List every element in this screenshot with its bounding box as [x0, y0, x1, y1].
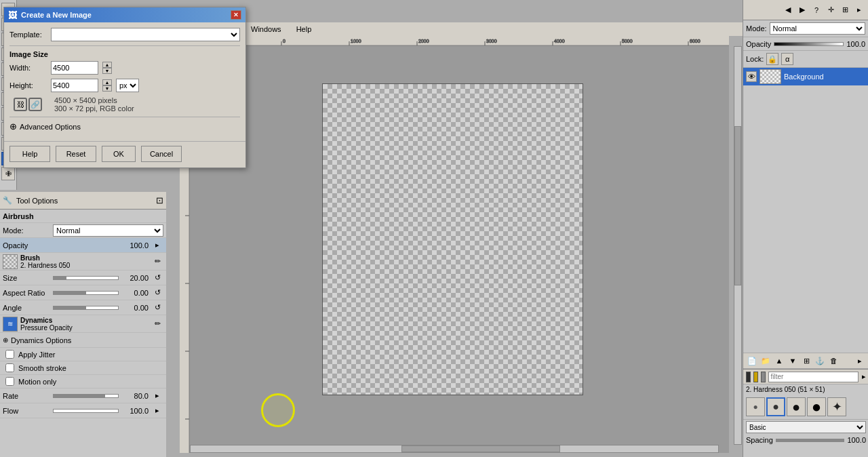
- delete-layer-btn[interactable]: 🗑: [827, 355, 840, 367]
- mode-dropdown[interactable]: Normal: [53, 224, 163, 237]
- width-input[interactable]: [51, 61, 98, 75]
- size-bar[interactable]: [53, 276, 119, 280]
- width-spinner[interactable]: ▲ ▼: [102, 62, 112, 74]
- size-info-line1: 4500 × 5400 pixels: [54, 96, 134, 104]
- width-spin-up[interactable]: ▲: [102, 62, 112, 68]
- layer-down-btn[interactable]: ▼: [787, 355, 799, 367]
- size-label: Size: [3, 274, 50, 282]
- right-opacity-track[interactable]: [774, 42, 844, 46]
- tool-heal[interactable]: ✙: [1, 167, 15, 180]
- height-input[interactable]: [51, 79, 98, 92]
- create-new-image-dialog[interactable]: 🖼 Create a New Image ✕ Template: Image S…: [3, 7, 246, 168]
- layer-panel-options-btn[interactable]: ▸: [854, 355, 866, 367]
- height-label: Height:: [9, 81, 47, 90]
- anchor-layer-btn[interactable]: ⚓: [814, 355, 826, 367]
- height-spin-up[interactable]: ▲: [102, 79, 112, 85]
- angle-label: Angle: [3, 304, 50, 312]
- motion-only-row: Motion only: [0, 375, 166, 389]
- canvas-image: [322, 83, 583, 395]
- brushes-header: ▸: [743, 370, 868, 384]
- flow-edit-btn[interactable]: ▸: [151, 405, 163, 417]
- tool-options-title: Tool Options: [16, 197, 58, 205]
- angle-bar[interactable]: [53, 306, 119, 310]
- rate-value: 80.0: [121, 392, 149, 400]
- template-select[interactable]: [51, 28, 240, 41]
- foreground-color-swatch[interactable]: [746, 372, 751, 382]
- scrollbar-h-thumb[interactable]: [401, 445, 559, 452]
- apply-jitter-checkbox[interactable]: [5, 350, 14, 359]
- new-layer-group-btn[interactable]: 📁: [760, 355, 772, 367]
- layer-item-background[interactable]: 👁 Background: [743, 68, 868, 85]
- more-btn[interactable]: ▸: [853, 4, 865, 16]
- new-layer-btn[interactable]: 📄: [746, 355, 758, 367]
- menu-help[interactable]: Help: [292, 24, 316, 35]
- layer-visibility-toggle[interactable]: 👁: [746, 71, 757, 82]
- copy-btn[interactable]: ⊞: [839, 4, 851, 16]
- angle-reset-btn[interactable]: ↺: [151, 302, 163, 314]
- nav-left-btn[interactable]: ◀: [782, 4, 794, 16]
- brushes-filter-input[interactable]: [768, 372, 859, 382]
- motion-only-checkbox[interactable]: [5, 377, 14, 386]
- angle-value: 0.00: [121, 304, 149, 312]
- flow-bar[interactable]: [53, 409, 119, 413]
- lock-alpha-btn[interactable]: α: [781, 53, 793, 65]
- crosshair-btn[interactable]: ✛: [825, 4, 837, 16]
- layer-up-btn[interactable]: ▲: [773, 355, 785, 367]
- unit-select[interactable]: px: [116, 79, 139, 92]
- pattern-swatch[interactable]: [761, 372, 766, 382]
- dialog-titlebar[interactable]: 🖼 Create a New Image ✕: [4, 7, 245, 22]
- brush-chip-4[interactable]: ●: [807, 397, 826, 416]
- right-mode-dropdown[interactable]: Normal: [770, 22, 865, 35]
- aspect-ratio-bar[interactable]: [53, 291, 119, 295]
- brush-chip-2[interactable]: ●: [766, 397, 785, 416]
- rate-edit-btn[interactable]: ▸: [151, 390, 163, 402]
- brush-name-label: 2. Hardness 050: [20, 262, 149, 269]
- scrollbar-v-thumb[interactable]: [734, 126, 741, 285]
- size-reset-btn[interactable]: ↺: [151, 272, 163, 284]
- width-label: Width:: [9, 64, 47, 72]
- advanced-options-row[interactable]: ⊕ Advanced Options: [9, 121, 240, 132]
- opacity-edit-btn[interactable]: ▸: [151, 239, 163, 252]
- menu-windows[interactable]: Windows: [247, 24, 285, 35]
- chain-unlink-btn[interactable]: 🔗: [28, 98, 42, 111]
- rate-bar[interactable]: [53, 394, 119, 398]
- ok-button[interactable]: OK: [102, 146, 136, 162]
- scrollbar-vertical[interactable]: [734, 46, 742, 445]
- help-btn-right[interactable]: ?: [810, 4, 823, 16]
- height-spinner[interactable]: ▲ ▼: [102, 79, 112, 92]
- dialog-buttons: Help Reset OK Cancel: [4, 141, 245, 167]
- spacing-track[interactable]: [776, 439, 845, 442]
- advanced-options-label[interactable]: Advanced Options: [20, 123, 81, 131]
- image-size-section-label: Image Size: [9, 50, 240, 58]
- scrollbar-horizontal[interactable]: [190, 445, 719, 453]
- help-button[interactable]: Help: [9, 146, 50, 162]
- brushes-panel-options-btn[interactable]: ▸: [861, 371, 866, 383]
- brushes-panel: ▸ 2. Hardness 050 (51 × 51) ● ● ● ● ✦: [743, 369, 868, 457]
- background-color-swatch[interactable]: [753, 372, 758, 382]
- advanced-expand-icon[interactable]: ⊕: [9, 121, 17, 132]
- tool-options-dock-btn[interactable]: ⊡: [156, 195, 163, 205]
- canvas-area[interactable]: [190, 46, 729, 453]
- width-spin-down[interactable]: ▼: [102, 68, 112, 74]
- reset-button[interactable]: Reset: [56, 146, 96, 162]
- link-icon-area: ⛓ 🔗 4500 × 5400 pixels 300 × 72 ppi, RGB…: [9, 96, 240, 113]
- smooth-stroke-checkbox[interactable]: [5, 363, 14, 372]
- right-panel: ◀ ▶ ? ✛ ⊞ ▸ Mode: Normal Opacity 100.0 L…: [743, 0, 868, 457]
- brush-chip-1[interactable]: ●: [746, 397, 765, 416]
- brush-category-dropdown[interactable]: Basic: [746, 421, 866, 433]
- dialog-close-button[interactable]: ✕: [231, 10, 241, 20]
- aspect-reset-btn[interactable]: ↺: [151, 287, 163, 299]
- size-info-line2: 300 × 72 ppi, RGB color: [54, 104, 134, 113]
- chain-link-btn[interactable]: ⛓: [14, 98, 27, 111]
- brush-chip-5[interactable]: ✦: [827, 397, 846, 416]
- cancel-button[interactable]: Cancel: [141, 146, 182, 162]
- lock-pixels-btn[interactable]: 🔒: [766, 53, 778, 65]
- height-spin-down[interactable]: ▼: [102, 85, 112, 92]
- dynamics-edit-btn[interactable]: ✏: [151, 318, 163, 330]
- nav-right-btn[interactable]: ▶: [796, 4, 808, 16]
- duplicate-layer-btn[interactable]: ⊞: [800, 355, 812, 367]
- brush-edit-btn[interactable]: ✏: [151, 256, 163, 268]
- brush-chip-3[interactable]: ●: [787, 397, 806, 416]
- chain-icons[interactable]: ⛓ 🔗: [14, 98, 42, 111]
- dynamics-options-row[interactable]: ⊕ Dynamics Options: [0, 333, 166, 348]
